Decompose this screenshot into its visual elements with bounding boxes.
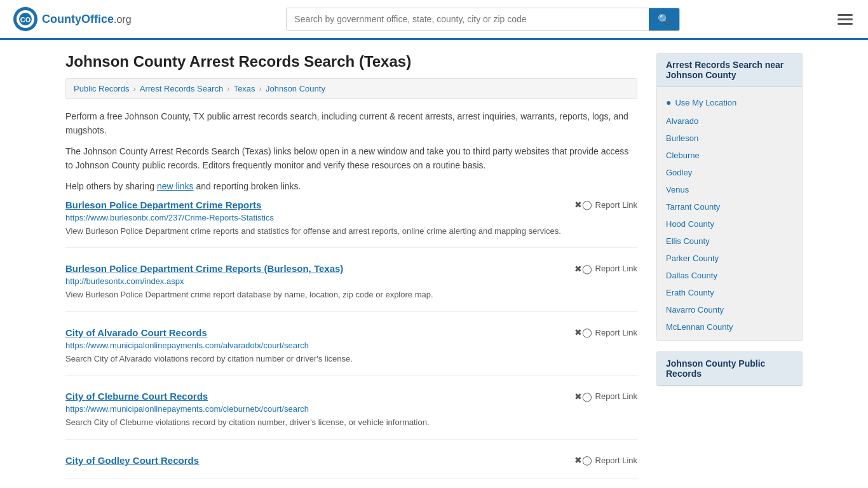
- desc-para-1: Perform a free Johnson County, TX public…: [65, 109, 637, 138]
- search-area: 🔍: [286, 8, 680, 31]
- report-link-button[interactable]: ✖◯ Report Link: [574, 455, 637, 465]
- result-title-row: Burleson Police Department Crime Reports…: [65, 200, 637, 210]
- result-title-row: City of Godley Court Records ✖◯ Report L…: [65, 455, 637, 466]
- nearby-section-title: Arrest Records Search near Johnson Count…: [657, 53, 802, 87]
- report-icon: ✖◯: [574, 264, 592, 274]
- report-link-button[interactable]: ✖◯ Report Link: [574, 391, 637, 402]
- menu-button[interactable]: [835, 11, 855, 27]
- nearby-link[interactable]: McLennan County: [657, 318, 802, 336]
- nearby-link[interactable]: Hood County: [657, 215, 802, 233]
- result-title[interactable]: Burleson Police Department Crime Reports: [65, 200, 261, 210]
- content-area: Johnson County Arrest Records Search (Te…: [65, 53, 637, 488]
- breadcrumb-johnson-county[interactable]: Johnson County: [266, 84, 325, 93]
- report-icon: ✖◯: [574, 391, 592, 402]
- public-records-title: Johnson County Public Records: [657, 352, 802, 386]
- nearby-links: ● Use My Location AlvaradoBurlesonClebur…: [657, 87, 802, 341]
- breadcrumb-arrest-records[interactable]: Arrest Records Search: [140, 84, 224, 93]
- result-item: City of Alvarado Court Records ✖◯ Report…: [65, 327, 637, 376]
- public-records-section: Johnson County Public Records: [656, 351, 803, 386]
- result-title[interactable]: City of Alvarado Court Records: [65, 327, 207, 338]
- result-item: Burleson Police Department Crime Reports…: [65, 263, 637, 312]
- main-container: Johnson County Arrest Records Search (Te…: [53, 40, 815, 488]
- svg-text:CO: CO: [20, 16, 31, 24]
- location-icon: ●: [666, 97, 671, 107]
- result-item: City of Cleburne Court Records ✖◯ Report…: [65, 391, 637, 440]
- logo-icon: CO: [13, 6, 38, 32]
- logo-text: CountyOffice.org: [42, 13, 132, 26]
- nearby-link[interactable]: Parker County: [657, 250, 802, 267]
- desc-para-2: The Johnson County Arrest Records Search…: [65, 144, 637, 173]
- nearby-link[interactable]: Burleson: [657, 130, 802, 147]
- report-icon: ✖◯: [574, 455, 592, 465]
- result-url[interactable]: https://www.municipalonlinepayments.com/…: [65, 404, 637, 414]
- search-input[interactable]: [287, 8, 649, 30]
- result-title[interactable]: City of Cleburne Court Records: [65, 391, 208, 402]
- sep-3: ›: [259, 84, 262, 93]
- nearby-link[interactable]: Tarrant County: [657, 198, 802, 215]
- page-title: Johnson County Arrest Records Search (Te…: [65, 53, 637, 71]
- nearby-link[interactable]: Navarro County: [657, 301, 802, 318]
- result-title[interactable]: Burleson Police Department Crime Reports…: [65, 263, 343, 274]
- report-link-button[interactable]: ✖◯ Report Link: [574, 200, 637, 210]
- result-desc: Search City of Alvarado violations recor…: [65, 353, 637, 365]
- search-box: 🔍: [286, 8, 680, 31]
- breadcrumb-texas[interactable]: Texas: [234, 84, 255, 93]
- result-item: City of Godley Court Records ✖◯ Report L…: [65, 455, 637, 479]
- sep-2: ›: [227, 84, 229, 93]
- result-desc: View Burleson Police Department crime re…: [65, 225, 637, 238]
- new-links-link[interactable]: new links: [157, 181, 194, 191]
- nearby-link[interactable]: Cleburne: [657, 147, 802, 164]
- use-my-location[interactable]: ● Use My Location: [657, 92, 802, 112]
- nearby-section: Arrest Records Search near Johnson Count…: [656, 53, 803, 341]
- result-url[interactable]: http://burlesontx.com/index.aspx: [65, 276, 637, 286]
- desc-para-3: Help others by sharing new links and rep…: [65, 179, 637, 193]
- nearby-link[interactable]: Erath County: [657, 284, 802, 301]
- result-title-row: Burleson Police Department Crime Reports…: [65, 263, 637, 274]
- menu-bar-3: [837, 23, 853, 25]
- use-my-location-label: Use My Location: [675, 98, 736, 107]
- result-title-row: City of Alvarado Court Records ✖◯ Report…: [65, 327, 637, 338]
- nearby-link[interactable]: Venus: [657, 181, 802, 198]
- result-title[interactable]: City of Godley Court Records: [65, 455, 199, 466]
- breadcrumb-public-records[interactable]: Public Records: [74, 84, 129, 93]
- page-header: CO CountyOffice.org 🔍: [0, 0, 868, 40]
- nearby-links-list: AlvaradoBurlesonCleburneGodleyVenusTarra…: [657, 112, 802, 336]
- results-container: Burleson Police Department Crime Reports…: [65, 200, 637, 479]
- nearby-link[interactable]: Godley: [657, 164, 802, 181]
- report-link-button[interactable]: ✖◯ Report Link: [574, 327, 637, 337]
- result-url[interactable]: https://www.municipalonlinepayments.com/…: [65, 341, 637, 350]
- logo-area: CO CountyOffice.org: [13, 6, 132, 32]
- result-desc: View Burleson Police Department crime re…: [65, 288, 637, 301]
- breadcrumb: Public Records › Arrest Records Search ›…: [65, 78, 637, 99]
- nearby-link[interactable]: Dallas County: [657, 267, 802, 284]
- result-desc: Search City of Cleburne violations recor…: [65, 416, 637, 429]
- search-icon: 🔍: [658, 14, 670, 25]
- report-icon: ✖◯: [574, 327, 592, 337]
- result-url[interactable]: https://www.burlesontx.com/237/Crime-Rep…: [65, 213, 637, 222]
- search-button[interactable]: 🔍: [649, 8, 679, 30]
- sidebar: Arrest Records Search near Johnson Count…: [656, 53, 803, 488]
- report-link-button[interactable]: ✖◯ Report Link: [574, 264, 637, 274]
- result-item: Burleson Police Department Crime Reports…: [65, 200, 637, 248]
- menu-bar-1: [837, 14, 853, 16]
- report-icon: ✖◯: [574, 200, 592, 210]
- nearby-link[interactable]: Alvarado: [657, 112, 802, 130]
- menu-bar-2: [837, 18, 853, 20]
- result-title-row: City of Cleburne Court Records ✖◯ Report…: [65, 391, 637, 402]
- nearby-link[interactable]: Ellis County: [657, 233, 802, 250]
- sep-1: ›: [133, 84, 135, 93]
